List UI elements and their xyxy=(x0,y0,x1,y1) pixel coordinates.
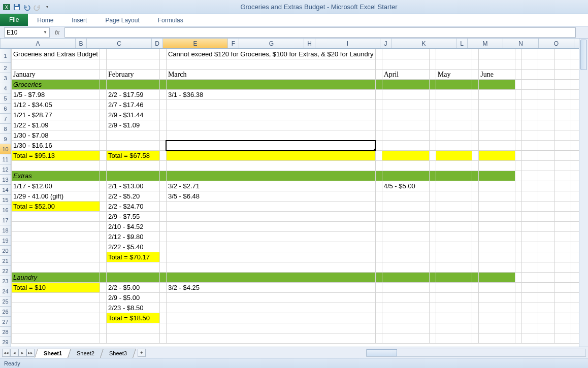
tab-nav-first-icon[interactable]: ◂◂ xyxy=(2,349,10,357)
cell-O23[interactable] xyxy=(554,273,571,283)
cell-I2[interactable] xyxy=(436,59,472,70)
cell-K15[interactable] xyxy=(479,191,515,202)
cell-E22[interactable] xyxy=(166,262,375,273)
tab-formulas[interactable]: Formulas xyxy=(149,15,192,26)
cell-I12[interactable] xyxy=(436,161,472,171)
col-header-C[interactable]: C xyxy=(87,39,152,48)
cell-K13[interactable] xyxy=(479,171,515,181)
cell-B9[interactable] xyxy=(100,130,106,141)
cell-J11[interactable] xyxy=(472,151,479,161)
cell-D12[interactable] xyxy=(159,161,166,171)
cell-H25[interactable] xyxy=(429,293,436,303)
cell-H14[interactable] xyxy=(429,181,436,191)
cell-M22[interactable] xyxy=(521,262,538,273)
col-header-J[interactable]: J xyxy=(380,39,391,48)
cell-J27[interactable] xyxy=(472,313,479,323)
cell-C4[interactable] xyxy=(107,80,160,90)
cell-B14[interactable] xyxy=(100,181,106,191)
cell-D28[interactable] xyxy=(159,323,166,333)
cell-M29[interactable] xyxy=(521,333,538,344)
cell-O17[interactable] xyxy=(554,212,571,222)
cell-J26[interactable] xyxy=(472,303,479,313)
cell-G19[interactable] xyxy=(382,232,429,242)
cell-C8[interactable]: 2/9 - $1.09 xyxy=(107,120,160,130)
cell-H3[interactable] xyxy=(429,70,436,80)
cell-L10[interactable] xyxy=(515,141,521,151)
tab-home[interactable]: Home xyxy=(28,15,62,26)
cell-K19[interactable] xyxy=(479,232,515,242)
cell-O20[interactable] xyxy=(554,242,571,252)
cell-H4[interactable] xyxy=(429,80,436,90)
cell-B11[interactable] xyxy=(100,151,106,161)
cell-A16[interactable]: Total = $52.00 xyxy=(12,202,100,212)
row-header-9[interactable]: 9 xyxy=(0,134,11,144)
cell-M10[interactable] xyxy=(521,141,538,151)
cell-M2[interactable] xyxy=(521,59,538,70)
col-header-I[interactable]: I xyxy=(315,39,380,48)
cell-D16[interactable] xyxy=(159,202,166,212)
cell-E3[interactable]: March xyxy=(166,70,375,80)
cell-F19[interactable] xyxy=(375,232,382,242)
cell-O18[interactable] xyxy=(554,222,571,232)
cell-C19[interactable]: 2/12 - $9.80 xyxy=(107,232,160,242)
cell-G3[interactable]: April xyxy=(382,70,429,80)
cell-G26[interactable] xyxy=(382,303,429,313)
cell-E13[interactable] xyxy=(166,171,375,181)
cell-M18[interactable] xyxy=(521,222,538,232)
cell-D26[interactable] xyxy=(159,303,166,313)
cell-A2[interactable] xyxy=(12,59,100,70)
cell-L13[interactable] xyxy=(515,171,521,181)
cell-M3[interactable] xyxy=(521,70,538,80)
horizontal-scrollbar[interactable] xyxy=(366,349,586,357)
tab-insert[interactable]: Insert xyxy=(62,15,96,26)
cell-I24[interactable] xyxy=(436,283,472,293)
cell-N8[interactable] xyxy=(538,120,555,130)
cell-G10[interactable] xyxy=(382,141,429,151)
cell-A26[interactable] xyxy=(12,303,100,313)
cell-C12[interactable] xyxy=(107,161,160,171)
cell-A10[interactable]: 1/30 - $16.16 xyxy=(12,141,100,151)
cell-O13[interactable] xyxy=(554,171,571,181)
cell-A12[interactable] xyxy=(12,161,100,171)
cell-H6[interactable] xyxy=(429,100,436,110)
cell-H27[interactable] xyxy=(429,313,436,323)
cell-L18[interactable] xyxy=(515,222,521,232)
row-header-10[interactable]: 10 xyxy=(0,144,11,154)
cell-F7[interactable] xyxy=(375,110,382,120)
cell-F16[interactable] xyxy=(375,202,382,212)
cell-A1[interactable]: Groceries and Extras Budget xyxy=(12,49,100,59)
cell-F23[interactable] xyxy=(375,273,382,283)
cell-L6[interactable] xyxy=(515,100,521,110)
cell-K23[interactable] xyxy=(479,273,515,283)
cell-B25[interactable] xyxy=(100,293,106,303)
row-header-8[interactable]: 8 xyxy=(0,124,11,134)
cell-L17[interactable] xyxy=(515,212,521,222)
cell-G20[interactable] xyxy=(382,242,429,252)
cell-F22[interactable] xyxy=(375,262,382,273)
cell-C14[interactable]: 2/1 - $13.00 xyxy=(107,181,160,191)
cell-I4[interactable] xyxy=(436,80,472,90)
cell-O24[interactable] xyxy=(554,283,571,293)
cell-H15[interactable] xyxy=(429,191,436,202)
row-header-11[interactable]: 11 xyxy=(0,154,11,164)
cell-M13[interactable] xyxy=(521,171,538,181)
cell-B19[interactable] xyxy=(100,232,106,242)
cell-I26[interactable] xyxy=(436,303,472,313)
sheet-tab-sheet3[interactable]: Sheet3 xyxy=(100,349,136,358)
tab-nav-prev-icon[interactable]: ◂ xyxy=(10,349,18,357)
cell-A25[interactable] xyxy=(12,293,100,303)
cell-J4[interactable] xyxy=(472,80,479,90)
cell-H26[interactable] xyxy=(429,303,436,313)
cell-D10[interactable] xyxy=(159,141,166,151)
cell-N7[interactable] xyxy=(538,110,555,120)
cell-E27[interactable] xyxy=(166,313,375,323)
cell-K11[interactable] xyxy=(479,151,515,161)
cell-J28[interactable] xyxy=(472,323,479,333)
cell-M16[interactable] xyxy=(521,202,538,212)
cell-H16[interactable] xyxy=(429,202,436,212)
cell-A28[interactable] xyxy=(12,323,100,333)
cell-O4[interactable] xyxy=(554,80,571,90)
cell-F3[interactable] xyxy=(375,70,382,80)
row-header-13[interactable]: 13 xyxy=(0,175,11,185)
cell-G11[interactable] xyxy=(382,151,429,161)
